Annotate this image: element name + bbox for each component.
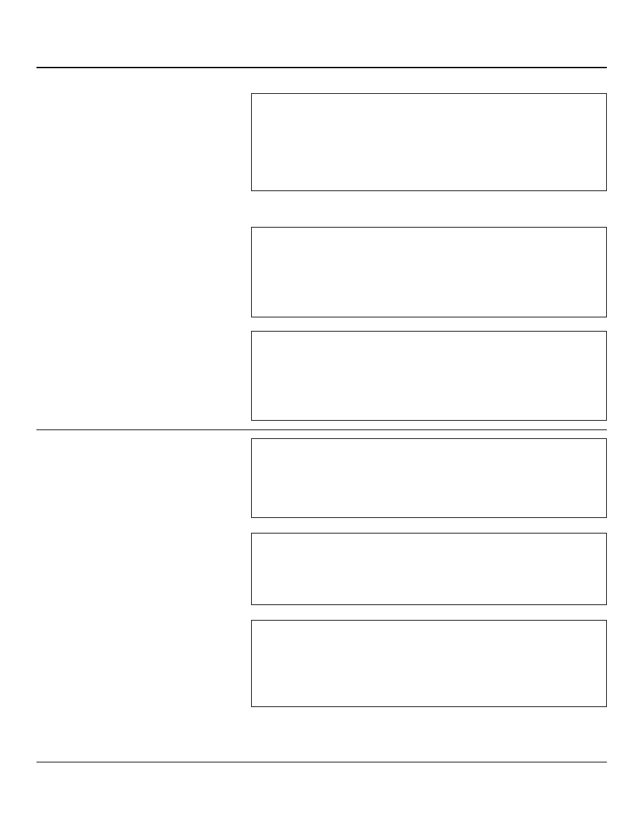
bottom-divider	[36, 762, 607, 762]
content-box	[251, 533, 607, 605]
content-box	[251, 620, 607, 707]
content-box	[251, 331, 607, 421]
content-box	[251, 93, 607, 191]
middle-divider	[36, 429, 607, 430]
content-box	[251, 438, 607, 518]
top-divider	[36, 67, 607, 68]
content-box	[251, 227, 607, 317]
